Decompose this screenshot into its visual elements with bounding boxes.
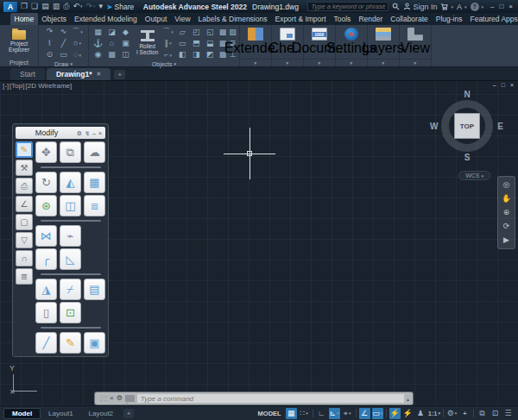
command-customize-icon[interactable]: ⚙ bbox=[117, 395, 123, 402]
command-history-icon[interactable]: ▴ bbox=[407, 396, 409, 402]
layers-panel-button[interactable]: Layers ▼ bbox=[368, 25, 400, 66]
concrete-icon[interactable]: ◫ bbox=[119, 49, 132, 60]
panel-dropdown-icon[interactable]: ▼ bbox=[336, 59, 367, 66]
annotation-visibility-icon[interactable]: ⚡ bbox=[389, 408, 401, 419]
draw-circle-icon[interactable]: ○ bbox=[71, 38, 84, 49]
tab-render[interactable]: Render bbox=[355, 13, 387, 25]
plate-corner-icon[interactable]: ◧ bbox=[176, 49, 189, 60]
folded-plate-icon[interactable]: ◱ bbox=[204, 27, 217, 37]
status-divider[interactable] bbox=[443, 409, 444, 417]
slab-icon[interactable]: ▣ bbox=[119, 38, 132, 48]
undo-icon[interactable]: ↶ bbox=[73, 3, 82, 10]
open-file-icon[interactable]: ❏ bbox=[31, 3, 38, 10]
array-button[interactable]: ▦ bbox=[84, 172, 105, 193]
sign-in-button[interactable]: Sign In bbox=[403, 3, 437, 11]
search-icon[interactable] bbox=[392, 3, 400, 10]
draw-polyline-icon[interactable]: ⌇ bbox=[43, 38, 56, 49]
special-part-icon[interactable]: ◆ bbox=[119, 27, 132, 37]
tab-output[interactable]: Output bbox=[141, 13, 171, 25]
draw-point-icon[interactable]: ⊙ bbox=[43, 49, 56, 60]
array-3d-button[interactable]: ⧈ bbox=[84, 195, 105, 216]
mirror-3d-button[interactable]: ◫ bbox=[60, 195, 81, 216]
grid-display-icon[interactable]: ▦ bbox=[286, 408, 297, 419]
break-button[interactable]: ⌁ bbox=[60, 225, 81, 247]
zoom-icon[interactable]: ⊕ bbox=[503, 209, 510, 216]
tab-collaborate[interactable]: Collaborate bbox=[387, 13, 432, 25]
wcs-dropdown[interactable]: WCS▾ bbox=[458, 171, 490, 180]
app-menu-button[interactable]: A bbox=[3, 2, 17, 12]
tab-view[interactable]: View bbox=[171, 13, 194, 25]
viewcube[interactable]: TOP N S W E bbox=[433, 92, 501, 160]
palette-tab-fold[interactable]: ∩ bbox=[16, 250, 33, 266]
lengthen-button[interactable]: ▯ bbox=[35, 302, 57, 323]
anchor-icon[interactable]: ⚓ bbox=[92, 38, 104, 48]
new-file-icon[interactable]: ❐ bbox=[21, 3, 28, 10]
draw-line-icon[interactable]: ╱ bbox=[57, 38, 70, 49]
panel-dropdown-icon[interactable]: ▼ bbox=[304, 59, 335, 66]
plate-shrink-icon[interactable]: ⬒ bbox=[190, 38, 203, 48]
tab-objects[interactable]: Objects bbox=[38, 13, 71, 25]
viewcube-west[interactable]: W bbox=[430, 122, 438, 131]
close-button[interactable]: × bbox=[509, 3, 513, 10]
draw-panel-label[interactable]: Draw▾ bbox=[39, 61, 88, 67]
new-layout-button[interactable]: + bbox=[123, 409, 134, 418]
palette-tab-modify[interactable]: ✎ bbox=[16, 141, 33, 158]
autodesk-account-icon[interactable]: A bbox=[457, 3, 467, 11]
viewport-minimize-icon[interactable]: – bbox=[493, 82, 496, 88]
palette-separator[interactable] bbox=[41, 220, 101, 222]
help-icon[interactable]: ? bbox=[471, 3, 484, 11]
palette-tab-selection[interactable]: ▢ bbox=[16, 214, 33, 230]
smooth-polyline-button[interactable]: ☁ bbox=[84, 141, 105, 163]
plate-split-icon[interactable]: ▭ bbox=[176, 38, 189, 48]
rolled-i-section-button[interactable]: Rolled I Section bbox=[135, 29, 160, 56]
drawing-canvas[interactable]: [-] [Top] [2D Wireframe] –□× TOP N S W E… bbox=[0, 80, 518, 405]
model-tab[interactable]: Model bbox=[3, 408, 41, 419]
maximize-button[interactable]: □ bbox=[499, 3, 503, 10]
orbit-icon[interactable]: ⟳ bbox=[503, 223, 510, 230]
command-bar-grip[interactable]: ⋮⋮ bbox=[98, 395, 107, 402]
view-panel-button[interactable]: View ▼ bbox=[400, 25, 432, 66]
palette-separator[interactable] bbox=[41, 273, 101, 275]
rotate-button[interactable]: ↻ bbox=[35, 172, 57, 193]
copy-button[interactable]: ⧉ bbox=[60, 141, 81, 163]
move-button[interactable]: ✥ bbox=[35, 141, 57, 163]
tab-featured-apps[interactable]: Featured Apps bbox=[466, 13, 518, 25]
chamfer-button[interactable]: ◺ bbox=[60, 248, 81, 270]
wall-icon[interactable]: ◪ bbox=[105, 27, 118, 37]
tab-home[interactable]: Home bbox=[10, 13, 38, 25]
folded-beam-icon[interactable]: ⌐ bbox=[162, 49, 174, 60]
grating-rect-icon[interactable]: ▩ bbox=[219, 27, 227, 37]
palette-separator[interactable] bbox=[41, 166, 101, 168]
palette-autohide-icon[interactable]: ↯ bbox=[85, 130, 90, 136]
sphere-node-icon[interactable]: ◉ bbox=[92, 49, 104, 60]
save-icon[interactable]: ▤ bbox=[41, 3, 49, 10]
share-button[interactable]: ➤ Share bbox=[106, 3, 134, 11]
footing-icon[interactable]: ▩ bbox=[105, 49, 118, 60]
panel-dropdown-icon[interactable]: ▼ bbox=[400, 59, 431, 66]
palette-properties-icon[interactable]: ⚙ bbox=[77, 130, 82, 136]
grating-standard-icon[interactable]: ▨ bbox=[229, 27, 237, 37]
viewcube-top-face[interactable]: TOP bbox=[454, 113, 480, 139]
palette-separator[interactable] bbox=[41, 327, 101, 329]
viewport-style-control[interactable]: [2D Wireframe] bbox=[25, 82, 72, 90]
command-bar-close-icon[interactable]: × bbox=[110, 395, 114, 402]
redo-icon[interactable]: ↷ bbox=[85, 3, 95, 10]
tab-plugins[interactable]: Plug-ins bbox=[432, 13, 466, 25]
panel-dropdown-icon[interactable]: ▼ bbox=[368, 59, 399, 66]
grid-icon[interactable]: ▦ bbox=[92, 27, 104, 37]
line-edit-button[interactable]: ╱ bbox=[35, 332, 57, 354]
poly-plate-icon[interactable]: ◰ bbox=[190, 27, 203, 37]
minimize-button[interactable]: – bbox=[490, 3, 494, 10]
layout1-tab[interactable]: Layout1 bbox=[41, 409, 80, 418]
qat-customize-icon[interactable]: ▾ bbox=[99, 3, 104, 10]
tab-export-import[interactable]: Export & Import bbox=[271, 13, 330, 25]
start-tab[interactable]: Start bbox=[10, 68, 45, 80]
workspace-switching-icon[interactable]: ⚙ bbox=[446, 408, 458, 419]
palette-close-icon[interactable]: × bbox=[98, 130, 102, 136]
new-drawing-tab-button[interactable]: + bbox=[114, 70, 125, 79]
model-space-toggle[interactable]: MODEL bbox=[258, 410, 281, 417]
annotation-scale-value[interactable]: 1:1 bbox=[428, 408, 440, 419]
viewport-close-icon[interactable]: × bbox=[510, 82, 514, 88]
search-input[interactable] bbox=[307, 2, 388, 11]
ortho-mode-icon[interactable]: ∟ bbox=[316, 408, 327, 419]
